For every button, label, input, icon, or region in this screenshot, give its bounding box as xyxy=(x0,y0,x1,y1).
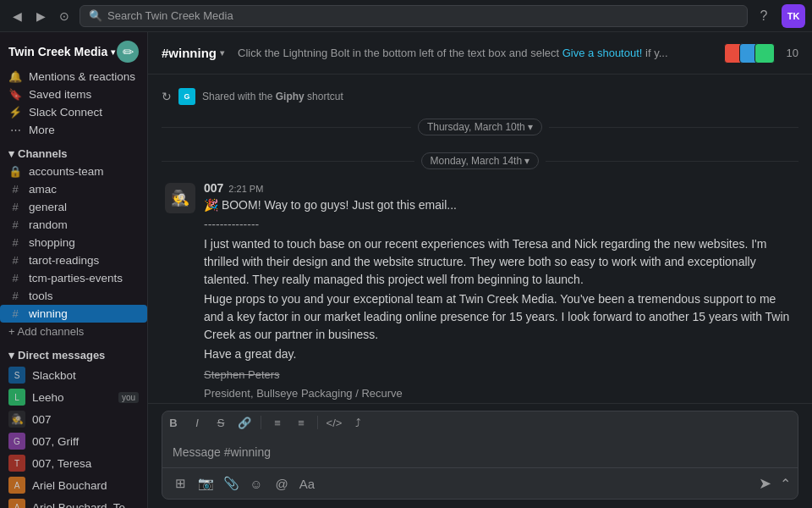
giphy-shared-notice: ↻ G Shared with the Giphy shortcut xyxy=(162,85,798,108)
sidebar-item-slack-connect[interactable]: ⚡ Slack Connect xyxy=(0,103,147,121)
dm-ariel-teresa[interactable]: A Ariel Bouchard, Teresa xyxy=(0,496,147,508)
mention-button[interactable]: @ xyxy=(271,472,293,494)
user-avatar[interactable]: TK xyxy=(782,4,805,28)
link-button[interactable]: 🔗 xyxy=(233,411,255,433)
bell-icon: 🔔 xyxy=(8,70,22,83)
topbar: ◀ ▶ ⊙ 🔍 Search Twin Creek Media ? TK xyxy=(0,0,812,32)
member-avatars[interactable] xyxy=(724,43,775,64)
griff-avatar: G xyxy=(8,433,25,450)
header-hint: Click the Lightning Bolt in the bottom l… xyxy=(238,47,717,59)
divider-line xyxy=(162,127,411,128)
007-message-content: 007 2:21 PM 🎉 BOOM! Way to go guys! Just… xyxy=(204,181,795,403)
message-input[interactable] xyxy=(162,437,798,467)
input-bottom-toolbar: ⊞ 📷 📎 ☺ @ Aa ➤ ⌃ xyxy=(162,467,798,499)
divider-line xyxy=(546,161,798,162)
channels-label: Channels xyxy=(18,147,68,160)
bold-button[interactable]: B xyxy=(162,411,184,433)
slackbot-avatar: S xyxy=(8,367,25,384)
attachment-button[interactable]: 📎 xyxy=(220,472,242,494)
channel-random[interactable]: # random xyxy=(0,216,147,234)
new-message-button[interactable]: ✏ xyxy=(117,41,139,63)
message-input-box: B I S 🔗 ≡ ≡ </> ⤴ ⊞ 📷 📎 ☺ @ xyxy=(162,411,798,500)
sidebar-item-more[interactable]: ⋯ More xyxy=(0,121,147,139)
topbar-right: ? TK xyxy=(753,4,805,28)
help-button[interactable]: ? xyxy=(753,5,775,27)
dm-ariel-bouchard[interactable]: A Ariel Bouchard xyxy=(0,474,147,496)
date-label[interactable]: Thursday, March 10th ▾ xyxy=(418,119,542,135)
dm-slackbot[interactable]: S Slackbot xyxy=(0,364,147,386)
channel-accounts-team[interactable]: 🔒 accounts-team xyxy=(0,163,147,180)
sidebar-item-label: Saved items xyxy=(29,88,139,101)
back-button[interactable]: ◀ xyxy=(7,6,27,26)
messages-area: ↻ G Shared with the Giphy shortcut Thurs… xyxy=(148,75,812,403)
channel-name: amac xyxy=(29,183,139,196)
search-placeholder: Search Twin Creek Media xyxy=(107,9,233,22)
search-bar[interactable]: 🔍 Search Twin Creek Media xyxy=(80,5,748,27)
dm-007-griff[interactable]: G 007, Griff xyxy=(0,430,147,452)
dm-name: Leeho xyxy=(32,391,112,404)
hash-icon: # xyxy=(8,183,22,196)
channel-name: shopping xyxy=(29,236,139,249)
date-label[interactable]: Monday, March 14th ▾ xyxy=(421,152,540,169)
chat-area: #winning ▾ Click the Lightning Bolt in t… xyxy=(148,32,812,508)
you-badge: you xyxy=(118,392,139,403)
workspace-name: Twin Creek Media ▾ xyxy=(8,45,115,58)
workspace-header[interactable]: Twin Creek Media ▾ ✏ xyxy=(0,32,147,68)
channel-tcm-parties-events[interactable]: # tcm-parties-events xyxy=(0,269,147,287)
add-channels-label: + Add channels xyxy=(8,325,139,338)
dm-leeho[interactable]: L Leeho you xyxy=(0,386,147,408)
chevron-icon: ▾ xyxy=(8,349,14,362)
sidebar-item-saved[interactable]: 🔖 Saved items xyxy=(0,86,147,103)
bullet-list-button[interactable]: ≡ xyxy=(266,411,288,433)
bookmark-icon: 🔖 xyxy=(8,88,22,101)
shoutout-link[interactable]: Give a shoutout! xyxy=(562,47,643,59)
formatting-button[interactable]: Aa xyxy=(296,472,318,494)
italic-button[interactable]: I xyxy=(186,411,208,433)
channel-tools[interactable]: # tools xyxy=(0,287,147,305)
channel-shopping[interactable]: # shopping xyxy=(0,234,147,251)
chat-header: #winning ▾ Click the Lightning Bolt in t… xyxy=(148,32,812,75)
channel-winning[interactable]: # winning xyxy=(0,305,147,323)
sidebar-item-label: Mentions & reactions xyxy=(29,70,139,83)
dm-name: 007, Griff xyxy=(32,435,139,448)
message-body: 🎉 BOOM! Way to go guys! Just got this em… xyxy=(204,196,795,363)
workspace-chevron-icon: ▾ xyxy=(111,47,115,57)
lightning-button[interactable]: ⊞ xyxy=(169,472,191,494)
channel-name: general xyxy=(29,201,139,213)
dm-section-header[interactable]: ▾ Direct messages xyxy=(0,340,147,364)
channels-section-header[interactable]: ▾ Channels xyxy=(0,139,147,163)
giphy-label: Shared with the Giphy shortcut xyxy=(202,91,343,102)
channel-tarot-readings[interactable]: # tarot-readings xyxy=(0,251,147,269)
ariel2-avatar: A xyxy=(8,499,25,508)
expand-icon[interactable]: ⌃ xyxy=(780,476,791,492)
strikethrough-button[interactable]: S xyxy=(210,411,232,433)
channel-name: accounts-team xyxy=(29,165,139,178)
send-button[interactable]: ➤ xyxy=(753,472,776,495)
hash-icon: # xyxy=(8,290,22,302)
message-header: 007 2:21 PM xyxy=(204,181,795,195)
member-count[interactable]: 10 xyxy=(787,47,798,59)
dm-007[interactable]: 🕵 007 xyxy=(0,408,147,430)
code-button[interactable]: </> xyxy=(323,411,345,433)
channel-name: winning xyxy=(29,307,139,320)
channel-title[interactable]: #winning ▾ xyxy=(162,46,224,60)
channel-amac[interactable]: # amac xyxy=(0,180,147,198)
camera-button[interactable]: 📷 xyxy=(195,472,217,494)
history-button[interactable]: ⊙ xyxy=(54,6,74,26)
sidebar-item-label: Slack Connect xyxy=(29,106,139,119)
quote-button[interactable]: ⤴ xyxy=(347,411,369,433)
forward-button[interactable]: ▶ xyxy=(30,6,51,26)
add-channels-button[interactable]: + Add channels xyxy=(0,323,147,340)
message-time: 2:21 PM xyxy=(228,184,263,194)
toolbar-separator xyxy=(317,416,318,429)
sidebar-item-label: More xyxy=(29,124,139,136)
007-avatar: 🕵 xyxy=(8,411,25,428)
numbered-list-button[interactable]: ≡ xyxy=(290,411,312,433)
dm-name: Slackbot xyxy=(32,369,139,382)
channel-general[interactable]: # general xyxy=(0,198,147,216)
sidebar-item-mentions[interactable]: 🔔 Mentions & reactions xyxy=(0,68,147,86)
dm-007-teresa[interactable]: T 007, Teresa xyxy=(0,452,147,474)
hash-icon: # xyxy=(8,201,22,213)
emoji-button[interactable]: ☺ xyxy=(245,472,267,494)
member-avatar-3 xyxy=(754,43,775,64)
